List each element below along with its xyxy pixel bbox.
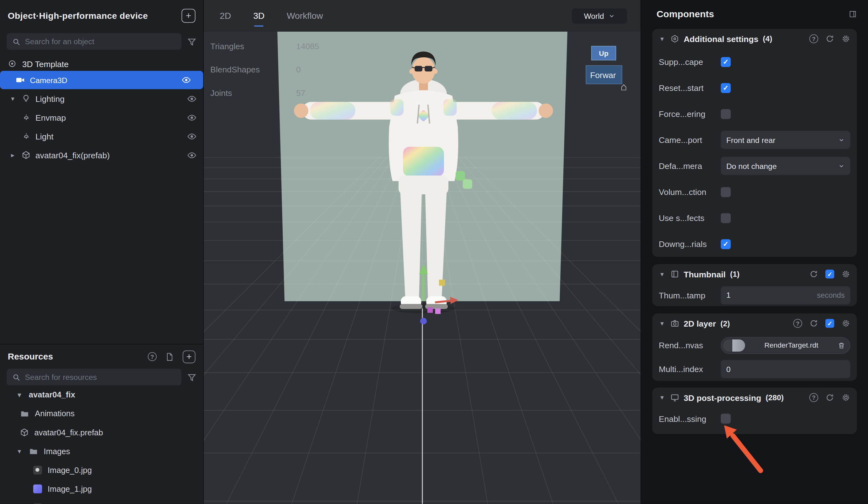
- resource-search-input[interactable]: [25, 373, 176, 381]
- tree-item-label: Light: [35, 132, 53, 141]
- gear-icon[interactable]: [841, 393, 850, 402]
- property-label: Came...port: [659, 135, 721, 144]
- filter-icon[interactable]: [187, 372, 196, 382]
- checkbox[interactable]: [721, 239, 731, 249]
- property-label: Supp...cape: [659, 57, 721, 66]
- select-value: Do not change: [726, 162, 777, 170]
- property-row: Rend...nvas RenderTarget.rdt: [652, 333, 857, 357]
- gear-icon[interactable]: [841, 269, 850, 278]
- property-row: Multi...index: [652, 357, 857, 381]
- resource-label: Image_1.jpg sampler: [48, 503, 123, 504]
- resource-item-image0[interactable]: Image_0.jpg: [0, 461, 203, 480]
- reset-icon[interactable]: [825, 34, 834, 43]
- thumbnail-timestamp-input[interactable]: [726, 290, 817, 299]
- resource-list: avatar04_fix Animations avatar04_fix.pre…: [0, 391, 203, 504]
- checkbox[interactable]: [721, 109, 731, 119]
- navcube-up-face[interactable]: Up: [591, 46, 616, 61]
- add-resource-button[interactable]: [183, 350, 196, 363]
- checkbox[interactable]: [721, 187, 731, 197]
- camera-port-select[interactable]: Front and rear: [721, 131, 850, 149]
- tree-item-camera3d[interactable]: Camera3D: [0, 71, 203, 89]
- property-row: Downg...rials: [652, 231, 857, 257]
- gear-icon[interactable]: [841, 34, 850, 43]
- chevron-down-icon[interactable]: [16, 447, 23, 455]
- checkbox[interactable]: [721, 213, 731, 223]
- section-header[interactable]: Additional settings (4): [652, 29, 857, 49]
- tree-item-lighting[interactable]: Lighting: [0, 89, 203, 108]
- enable-post-processing-checkbox[interactable]: [721, 414, 731, 424]
- thumbnail-timestamp-field[interactable]: seconds: [721, 286, 850, 304]
- resource-search-box[interactable]: [7, 369, 182, 385]
- default-camera-select[interactable]: Do not change: [721, 157, 850, 175]
- scene-template-row: 3D Template: [0, 55, 203, 72]
- visibility-icon[interactable]: [182, 75, 191, 85]
- resource-item-images-folder[interactable]: Images: [0, 442, 203, 461]
- help-icon[interactable]: [793, 319, 802, 328]
- chevron-down-icon[interactable]: [16, 391, 23, 399]
- chevron-down-icon[interactable]: [658, 319, 666, 327]
- visibility-icon[interactable]: [187, 94, 196, 103]
- tab-workflow[interactable]: Workflow: [287, 11, 323, 21]
- section-header[interactable]: 3D post-processing (280): [652, 388, 857, 408]
- chevron-down-icon[interactable]: [658, 394, 666, 401]
- tree-item-light[interactable]: Light: [0, 127, 203, 146]
- reset-icon[interactable]: [809, 269, 818, 278]
- object-search-input[interactable]: [25, 37, 176, 46]
- help-icon[interactable]: [148, 352, 157, 361]
- lamp-icon: [22, 113, 30, 121]
- chevron-down-icon[interactable]: [9, 95, 17, 103]
- reset-icon[interactable]: [809, 319, 818, 328]
- checkbox[interactable]: [721, 57, 731, 67]
- multi-index-input[interactable]: [726, 364, 845, 373]
- section-header[interactable]: Thumbnail (1): [652, 264, 857, 284]
- help-icon[interactable]: [809, 393, 818, 402]
- multi-index-field[interactable]: [721, 360, 850, 378]
- tab-3d[interactable]: 3D: [253, 11, 265, 21]
- new-file-icon[interactable]: [165, 352, 174, 361]
- asset-name: RenderTarget.rdt: [748, 341, 834, 349]
- stat-label: Triangles: [210, 41, 296, 51]
- home-view-icon[interactable]: [620, 81, 627, 93]
- reset-icon[interactable]: [825, 393, 834, 402]
- property-label: Force...ering: [659, 109, 721, 119]
- object-panel-title: Object·High-performance device: [8, 11, 148, 21]
- navcube-forward-face[interactable]: Forwar: [586, 65, 622, 84]
- chevron-right-icon[interactable]: [9, 151, 17, 159]
- section-enabled-checkbox[interactable]: [825, 319, 834, 328]
- resource-label: Animations: [35, 409, 75, 418]
- tree-item-envmap[interactable]: Envmap: [0, 108, 203, 127]
- section-title: 2D layer: [684, 319, 716, 328]
- visibility-icon[interactable]: [187, 151, 196, 160]
- object-search-box[interactable]: [7, 33, 182, 50]
- tree-item-label: Envmap: [35, 113, 66, 122]
- resource-item-image1[interactable]: Image_1.jpg: [0, 480, 203, 498]
- add-object-button[interactable]: [182, 9, 195, 23]
- tab-2d[interactable]: 2D: [220, 11, 231, 21]
- help-icon[interactable]: [809, 34, 818, 43]
- resource-item-animations[interactable]: Animations: [0, 404, 203, 423]
- section-title: 3D post-processing: [684, 393, 761, 402]
- components-title: Components: [657, 9, 714, 20]
- visibility-icon[interactable]: [187, 132, 196, 141]
- viewport-3d[interactable]: 2D 3D Workflow World: [204, 0, 641, 504]
- chevron-down-icon[interactable]: [658, 270, 666, 278]
- checkbox[interactable]: [721, 83, 731, 93]
- panel-collapse-icon[interactable]: [849, 10, 857, 18]
- resource-item-image1-sampler[interactable]: Image_1.jpg sampler: [0, 498, 203, 504]
- resource-item-avatar-prefab[interactable]: avatar04_fix.prefab: [0, 423, 203, 442]
- tree-item-avatar-prefab[interactable]: avatar04_fix(prefab): [0, 146, 203, 165]
- trash-icon[interactable]: [838, 341, 845, 349]
- world-space-dropdown[interactable]: World: [572, 8, 627, 23]
- section-enabled-checkbox[interactable]: [825, 269, 834, 278]
- property-row: Thum...tamp seconds: [652, 284, 857, 306]
- section-header[interactable]: 2D layer (2): [652, 313, 857, 333]
- visibility-icon[interactable]: [187, 113, 196, 122]
- gear-icon[interactable]: [841, 319, 850, 328]
- field-suffix: seconds: [817, 291, 845, 299]
- section-count: (1): [730, 269, 740, 278]
- resource-item-avatar04-fix[interactable]: avatar04_fix: [0, 391, 203, 404]
- chevron-down-icon[interactable]: [658, 35, 666, 43]
- property-label: Thum...tamp: [659, 290, 721, 300]
- filter-icon[interactable]: [187, 37, 196, 46]
- render-target-asset[interactable]: RenderTarget.rdt: [721, 337, 850, 353]
